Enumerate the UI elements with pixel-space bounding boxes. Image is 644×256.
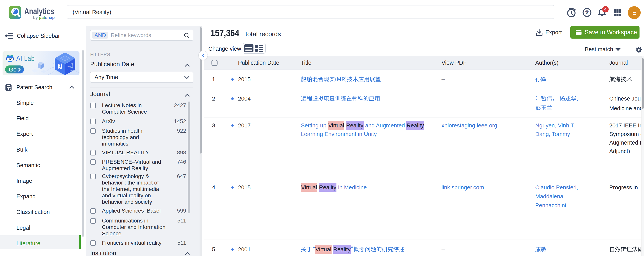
svg-text:AI: AI [57,62,62,71]
svg-text:?: ? [585,9,588,15]
